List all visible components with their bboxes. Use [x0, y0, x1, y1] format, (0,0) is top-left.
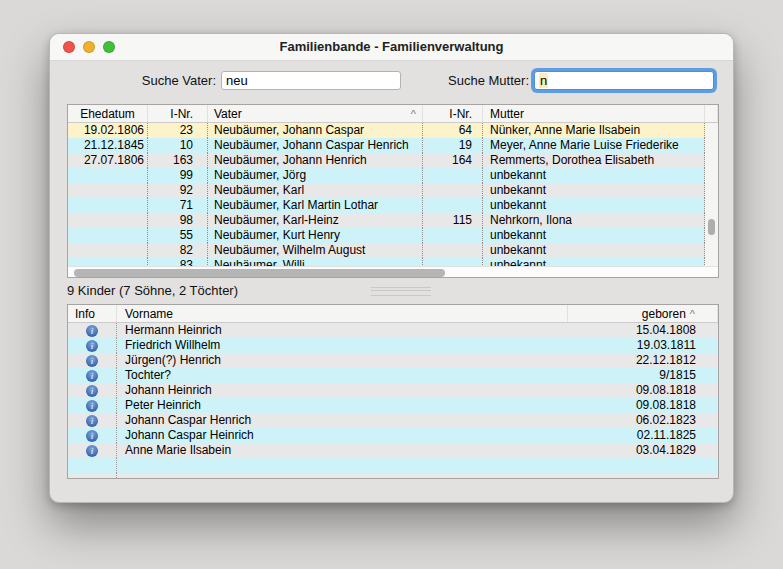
column-header-info[interactable]: Info [68, 305, 117, 322]
child-geboren: 22.12.1812 [568, 353, 718, 368]
search-father-input[interactable] [221, 71, 401, 90]
child-row[interactable]: i Johann Caspar Henrich 06.02.1823 [68, 413, 718, 428]
column-header-mutter[interactable]: Mutter [483, 105, 705, 122]
info-icon[interactable]: i [86, 400, 98, 412]
column-header-vater[interactable]: Vater^ [208, 105, 423, 122]
family-row[interactable]: 55 Neubäumer, Kurt Henry unbekannt [68, 228, 718, 243]
family-inr-mutter [423, 228, 483, 243]
child-row[interactable]: i Peter Heinrich 09.08.1818 [68, 398, 718, 413]
search-mother-match-text: n [539, 73, 548, 88]
family-row[interactable]: 71 Neubäumer, Karl Martin Lothar unbekan… [68, 198, 718, 213]
family-row[interactable]: 19.02.1806 23 Neubäumer, Johann Caspar 6… [68, 123, 718, 138]
child-vorname [117, 473, 568, 479]
family-row[interactable]: 99 Neubäumer, Jörg unbekannt [68, 168, 718, 183]
family-inr-mutter: 64 [423, 123, 483, 138]
search-mother-label: Suche Mutter: [380, 71, 529, 90]
families-vertical-scrollbar[interactable] [705, 123, 718, 266]
family-row[interactable]: 21.12.1845 10 Neubäumer, Johann Caspar H… [68, 138, 718, 153]
families-vertical-scrollbar-thumb[interactable] [708, 219, 715, 235]
family-ehedatum [68, 213, 148, 228]
family-inr-vater: 71 [148, 198, 208, 213]
family-mutter: Meyer, Anne Marie Luise Friederike [483, 138, 705, 153]
family-ehedatum [68, 258, 148, 266]
splitter-handle[interactable] [371, 287, 431, 296]
child-row[interactable]: i Hermann Heinrich 15.04.1808 [68, 323, 718, 338]
family-inr-vater: 55 [148, 228, 208, 243]
family-inr-mutter [423, 198, 483, 213]
children-summary: 9 Kinder (7 Söhne, 2 Töchter) [67, 283, 238, 298]
info-icon[interactable]: i [86, 385, 98, 397]
child-row[interactable]: i Tochter? 9/1815 [68, 368, 718, 383]
child-geboren: 09.08.1818 [568, 398, 718, 413]
header-scrollbar-spacer [705, 105, 718, 122]
info-icon[interactable]: i [86, 325, 98, 337]
family-vater: Neubäumer, Karl Martin Lothar [208, 198, 423, 213]
child-row[interactable]: i [68, 473, 718, 479]
family-inr-vater: 99 [148, 168, 208, 183]
column-header-inr-vater[interactable]: I-Nr. [148, 105, 208, 122]
family-inr-mutter: 164 [423, 153, 483, 168]
child-geboren: 15.04.1808 [568, 323, 718, 338]
family-ehedatum: 27.07.1806 [68, 153, 148, 168]
child-row[interactable]: i Johann Heinrich 09.08.1818 [68, 383, 718, 398]
child-row[interactable]: i Jürgen(?) Henrich 22.12.1812 [68, 353, 718, 368]
family-ehedatum: 21.12.1845 [68, 138, 148, 153]
info-icon[interactable]: i [86, 355, 98, 367]
family-inr-mutter [423, 168, 483, 183]
family-vater: Neubäumer, Karl-Heinz [208, 213, 423, 228]
family-ehedatum [68, 183, 148, 198]
column-header-vorname[interactable]: Vorname [117, 305, 568, 322]
children-table-body: i Hermann Heinrich 15.04.1808 i Friedric… [68, 323, 718, 479]
family-ehedatum [68, 198, 148, 213]
family-row[interactable]: 83 Neubäumer, Willi unbekannt [68, 258, 718, 266]
family-inr-mutter [423, 183, 483, 198]
family-ehedatum [68, 228, 148, 243]
family-row[interactable]: 98 Neubäumer, Karl-Heinz 115 Nehrkorn, I… [68, 213, 718, 228]
child-geboren [568, 458, 718, 473]
info-icon[interactable]: i [86, 445, 98, 457]
child-row[interactable]: i Anne Marie Ilsabein 03.04.1829 [68, 443, 718, 458]
info-icon[interactable]: i [86, 430, 98, 442]
family-vater: Neubäumer, Johann Caspar [208, 123, 423, 138]
family-mutter: unbekannt [483, 243, 705, 258]
column-header-geboren[interactable]: geboren^ [568, 305, 718, 322]
info-icon[interactable]: i [86, 415, 98, 427]
child-geboren: 19.03.1811 [568, 338, 718, 353]
family-inr-mutter [423, 258, 483, 266]
window-titlebar[interactable]: Familienbande - Familienverwaltung [50, 34, 733, 61]
child-geboren: 09.08.1818 [568, 383, 718, 398]
info-icon[interactable]: i [86, 340, 98, 352]
family-inr-mutter: 115 [423, 213, 483, 228]
family-inr-vater: 92 [148, 183, 208, 198]
column-header-inr-mutter[interactable]: I-Nr. [423, 105, 483, 122]
families-horizontal-scrollbar[interactable] [68, 266, 718, 278]
child-vorname: Jürgen(?) Henrich [117, 353, 568, 368]
desktop-background: Familienbande - Familienverwaltung Suche… [0, 0, 783, 569]
window-title: Familienbande - Familienverwaltung [50, 34, 733, 60]
family-vater: Neubäumer, Johann Henrich [208, 153, 423, 168]
families-horizontal-scrollbar-thumb[interactable] [74, 269, 445, 277]
child-vorname: Johann Caspar Heinrich [117, 428, 568, 443]
search-father-label: Suche Vater: [70, 71, 216, 90]
family-inr-vater: 98 [148, 213, 208, 228]
children-table: Info Vorname geboren^ i Hermann Heinrich… [67, 304, 719, 479]
family-ehedatum: 19.02.1806 [68, 123, 148, 138]
column-header-ehedatum[interactable]: Ehedatum [68, 105, 148, 122]
family-inr-vater: 82 [148, 243, 208, 258]
family-row[interactable]: 27.07.1806 163 Neubäumer, Johann Henrich… [68, 153, 718, 168]
family-inr-vater: 163 [148, 153, 208, 168]
family-inr-vater: 10 [148, 138, 208, 153]
child-row[interactable]: i Johann Caspar Heinrich 02.11.1825 [68, 428, 718, 443]
column-header-vater-label: Vater [214, 105, 242, 122]
family-mutter: unbekannt [483, 198, 705, 213]
family-row[interactable]: 92 Neubäumer, Karl unbekannt [68, 183, 718, 198]
search-mother-input[interactable]: n [534, 71, 714, 90]
info-icon[interactable]: i [86, 370, 98, 382]
family-inr-vater: 23 [148, 123, 208, 138]
child-vorname: Friedrich Willhelm [117, 338, 568, 353]
child-row[interactable]: i [68, 458, 718, 473]
family-vater: Neubäumer, Johann Caspar Henrich [208, 138, 423, 153]
family-vater: Neubäumer, Wilhelm August [208, 243, 423, 258]
family-row[interactable]: 82 Neubäumer, Wilhelm August unbekannt [68, 243, 718, 258]
child-row[interactable]: i Friedrich Willhelm 19.03.1811 [68, 338, 718, 353]
